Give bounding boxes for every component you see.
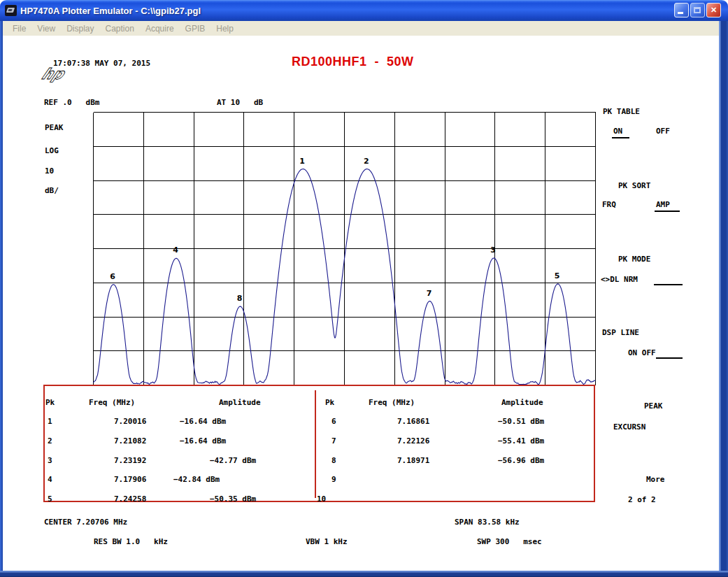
- page-title: RD100HHF1 - 50W: [292, 55, 414, 69]
- peak-row-number: 3: [48, 456, 52, 465]
- peak-table-header-pk-left: Pk: [45, 398, 55, 407]
- dsp-line-underline: [656, 357, 683, 359]
- svg-text:1: 1: [299, 157, 305, 166]
- peak-table-header-pk-right: Pk: [325, 398, 334, 407]
- plotter-canvas: 17:07:38 MAY 07, 2015 hp RD100HHF1 - 50W…: [0, 0, 728, 577]
- svg-text:hp: hp: [39, 66, 66, 83]
- menu-gpib[interactable]: GPIB: [180, 22, 211, 35]
- menu-display[interactable]: Display: [61, 22, 99, 35]
- menu-file[interactable]: File: [7, 22, 31, 35]
- peak-row-amplitude: −42.84 dBm: [173, 475, 220, 484]
- swp-label: SWP 300 msec: [477, 537, 542, 546]
- center-freq-label: CENTER 7.20706 MHz: [44, 518, 127, 527]
- peak-row-number: 6: [331, 417, 336, 426]
- maximize-icon: [694, 7, 701, 13]
- more-label: More: [646, 475, 665, 484]
- window-border-right: [719, 21, 728, 577]
- close-icon: ✕: [711, 6, 717, 14]
- dsp-line-on-off: ON OFF: [628, 348, 656, 357]
- pk-table-label: PK TABLE: [603, 107, 640, 116]
- peak-row-number: 2: [48, 436, 52, 446]
- peak-row-number: 4: [48, 475, 52, 484]
- window-title: HP7470A Plotter Emulator - C:\\gpib27.pg…: [20, 6, 201, 16]
- peak-row-number: 1: [48, 417, 52, 426]
- peak-row-freq: 7.20016: [114, 417, 146, 426]
- res-bw-label: RES BW 1.0 kHz: [94, 537, 168, 546]
- spectrum-plot: 12345678: [93, 112, 596, 385]
- peak-table-header-amp-left: Amplitude: [219, 398, 261, 407]
- pk-table-off: OFF: [656, 127, 670, 136]
- pk-sort-frq: FRQ: [602, 200, 616, 209]
- pk-table-on: ON: [612, 127, 629, 138]
- peak-row-freq: 7.21082: [114, 436, 146, 446]
- detector-label: PEAK: [45, 123, 64, 132]
- maximize-button[interactable]: [690, 3, 705, 17]
- peak-row-amplitude: −55.41 dBm: [498, 436, 544, 446]
- dl-nrm-underline: [654, 284, 683, 285]
- peak-row-number: 7: [331, 436, 336, 446]
- title-bar[interactable]: HP7470A Plotter Emulator - C:\\gpib27.pg…: [0, 0, 728, 21]
- window-border-bottom: [0, 571, 728, 577]
- page-indicator: 2 of 2: [628, 495, 656, 504]
- peak-row-number: 9: [331, 475, 336, 484]
- peak-table-header-freq-left: Freq (MHz): [89, 398, 135, 407]
- dsp-line-label: DSP LINE: [602, 328, 639, 337]
- close-button[interactable]: ✕: [706, 3, 721, 17]
- svg-text:5: 5: [555, 271, 560, 280]
- peak-row-number: 8: [331, 456, 336, 465]
- ref-level-label: REF .0 dBm: [44, 98, 99, 107]
- pk-mode-label: PK MODE: [618, 255, 650, 264]
- peak-row-amplitude: −50.35 dBm: [210, 494, 256, 504]
- svg-text:4: 4: [173, 245, 178, 255]
- attenuation-label: AT 10 dB: [217, 98, 263, 107]
- menu-acquire[interactable]: Acquire: [140, 22, 180, 35]
- peak-excursn-peak: PEAK: [644, 401, 663, 411]
- svg-text:2: 2: [364, 157, 369, 166]
- pk-sort-amp: AMP: [655, 200, 680, 212]
- scale-unit-label: dB/: [45, 186, 59, 195]
- svg-text:7: 7: [427, 289, 432, 298]
- menu-bar: File View Display Caption Acquire GPIB H…: [3, 21, 719, 36]
- scale-value-label: 10: [45, 166, 54, 176]
- peak-row-freq: 7.17906: [114, 475, 146, 484]
- dl-nrm-label: <>DL NRM: [601, 275, 638, 284]
- peak-row-amplitude: −50.51 dBm: [498, 417, 544, 426]
- peak-row-freq: 7.16861: [397, 417, 429, 426]
- peak-table-header-amp-right: Amplitude: [501, 398, 543, 407]
- peak-row-freq: 7.24258: [114, 494, 146, 504]
- peak-row-amplitude: −56.96 dBm: [498, 456, 544, 465]
- menu-caption[interactable]: Caption: [100, 22, 140, 35]
- span-label: SPAN 83.58 kHz: [455, 518, 520, 527]
- minimize-icon: [678, 12, 683, 14]
- svg-text:8: 8: [237, 294, 243, 303]
- svg-text:3: 3: [490, 245, 496, 255]
- minimize-button[interactable]: [674, 3, 689, 17]
- svg-text:6: 6: [110, 272, 115, 281]
- window-border-left: [0, 21, 3, 577]
- menu-view[interactable]: View: [31, 22, 61, 35]
- peak-row-freq: 7.18971: [397, 456, 429, 465]
- menu-help[interactable]: Help: [210, 22, 239, 35]
- peak-excursn-label: EXCURSN: [613, 422, 645, 432]
- peak-row-freq: 7.22126: [397, 436, 429, 446]
- peak-row-number: 10: [317, 494, 326, 504]
- peak-table-divider: [315, 390, 316, 498]
- peak-row-amplitude: −16.64 dBm: [180, 436, 226, 446]
- vbw-label: VBW 1 kHz: [306, 537, 348, 546]
- peak-row-amplitude: −16.64 dBm: [180, 417, 226, 426]
- timestamp: 17:07:38 MAY 07, 2015: [53, 59, 150, 68]
- peak-table-header-freq-right: Freq (MHz): [369, 398, 415, 407]
- peak-row-amplitude: −42.77 dBm: [210, 456, 256, 465]
- pk-sort-label: PK SORT: [618, 181, 650, 190]
- app-icon: [5, 5, 17, 16]
- peak-row-freq: 7.23192: [114, 456, 146, 465]
- scale-type-label: LOG: [45, 146, 59, 155]
- peak-row-number: 5: [48, 494, 52, 504]
- hp-logo: hp: [38, 63, 66, 84]
